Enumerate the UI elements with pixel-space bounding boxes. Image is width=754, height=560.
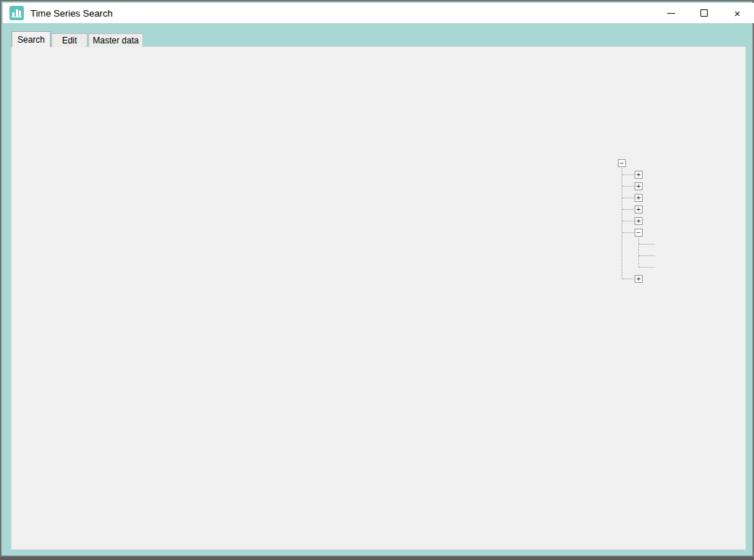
expand-icon[interactable]: + — [635, 194, 643, 202]
expand-icon[interactable]: + — [635, 217, 643, 225]
background-window-strip — [0, 557, 754, 560]
minimize-button[interactable] — [654, 3, 687, 23]
expand-icon[interactable]: + — [635, 171, 643, 179]
window-controls: × — [654, 3, 754, 23]
expand-icon[interactable]: + — [635, 182, 643, 190]
close-icon: × — [734, 8, 741, 19]
tab-search[interactable]: Search — [12, 31, 51, 47]
collapse-icon[interactable]: − — [635, 229, 643, 237]
maximize-icon — [700, 9, 708, 17]
screen: Time Series Search × Search Edit Master … — [0, 0, 754, 560]
maximize-button[interactable] — [687, 3, 721, 23]
window-title: Time Series Search — [30, 8, 113, 19]
close-button[interactable]: × — [721, 3, 754, 23]
tab-edit[interactable]: Edit — [51, 33, 88, 47]
tab-master-data[interactable]: Master data — [88, 33, 143, 47]
expand-icon[interactable]: + — [635, 275, 643, 283]
tree-guide — [622, 166, 622, 279]
tree-guide — [638, 235, 639, 267]
search-tab-panel — [11, 46, 746, 550]
titlebar: Time Series Search × — [3, 3, 754, 23]
minimize-icon — [667, 13, 675, 14]
collapse-icon[interactable]: − — [618, 159, 626, 167]
expand-icon[interactable]: + — [635, 205, 643, 213]
time-series-search-window: Time Series Search × Search Edit Master … — [0, 0, 754, 557]
app-chart-icon — [9, 6, 24, 20]
